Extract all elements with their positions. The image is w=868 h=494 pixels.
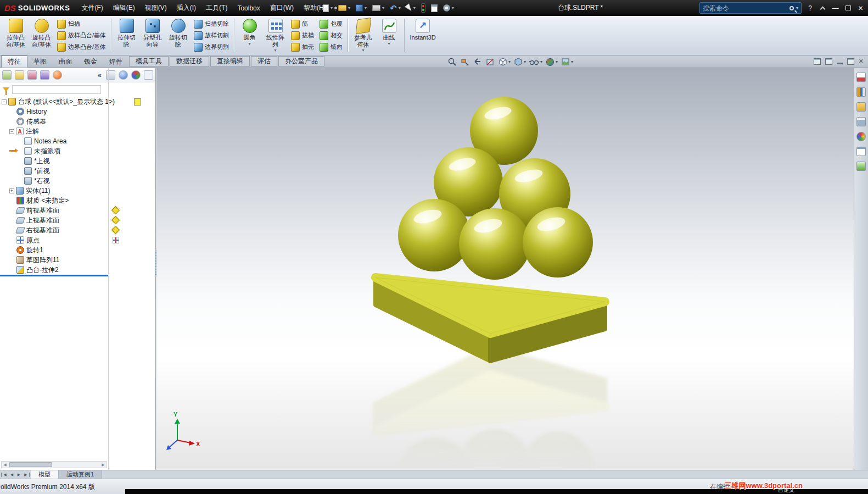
section-view-button[interactable] xyxy=(485,57,495,67)
file-explorer-icon[interactable] xyxy=(856,102,866,112)
expander-icon[interactable]: + xyxy=(9,188,14,193)
collapse-panel-button[interactable]: « xyxy=(97,71,103,79)
menu-edit[interactable]: 编辑(E) xyxy=(108,0,140,16)
close-button[interactable]: ✕ xyxy=(855,3,866,14)
tree-horizontal-scrollbar[interactable]: ◀ ▶ xyxy=(1,461,107,468)
previous-view-button[interactable] xyxy=(473,57,483,67)
hide-show-column-icon[interactable] xyxy=(106,70,115,80)
tab-weldments[interactable]: 焊件 xyxy=(103,55,128,68)
shell-button[interactable]: 抽壳 xyxy=(288,42,317,53)
search-input[interactable] xyxy=(703,4,789,12)
tree-item-notes-area[interactable]: Notes Area xyxy=(0,136,108,146)
revolved-boss-button[interactable]: 旋转凸 台/基体 xyxy=(29,17,54,54)
zoom-area-button[interactable] xyxy=(460,57,470,67)
expander-icon[interactable]: − xyxy=(2,99,7,104)
tab-features[interactable]: 特征 xyxy=(1,55,27,68)
command-search-box[interactable]: ▾ xyxy=(699,2,802,14)
configuration-manager-icon[interactable] xyxy=(27,70,37,80)
tab-sheet-metal[interactable]: 钣金 xyxy=(78,55,103,68)
chevron-down-icon[interactable]: ▾ xyxy=(275,48,277,53)
menu-tools[interactable]: 工具(T) xyxy=(201,0,232,16)
instant3d-toggle[interactable]: ↗ Instant3D xyxy=(407,17,439,54)
tree-filter-input[interactable] xyxy=(12,85,101,94)
appearance-swatch[interactable] xyxy=(134,98,141,106)
view-orientation-button[interactable]: ▾ xyxy=(498,57,511,67)
chevron-down-icon[interactable]: ▾ xyxy=(362,48,365,53)
display-manager-icon[interactable] xyxy=(53,70,62,80)
reference-geometry-button[interactable]: 参考几 何体 ▾ xyxy=(350,17,376,54)
swept-boss-button[interactable]: 扫描 xyxy=(54,19,109,30)
tree-item-history[interactable]: History xyxy=(0,107,108,116)
lofted-boss-button[interactable]: 放样凸台/基体 xyxy=(54,30,109,41)
open-document-button[interactable]: ▾ xyxy=(335,1,353,15)
next-tab-icon[interactable]: ▶ xyxy=(15,473,23,477)
tree-item-solid-bodies[interactable]: +实体(11) xyxy=(0,186,108,196)
rollback-bar[interactable] xyxy=(0,275,108,276)
design-library-icon[interactable] xyxy=(856,87,866,97)
swept-cut-button[interactable]: 扫描切除 xyxy=(191,19,232,30)
motion-study-tab[interactable]: 运动算例1 xyxy=(59,470,102,479)
options-button[interactable]: ▾ xyxy=(440,1,457,15)
new-document-button[interactable]: ▾ xyxy=(320,1,335,15)
tree-item-annotations[interactable]: −A注解 xyxy=(0,126,108,136)
graphics-area[interactable]: Y X xyxy=(156,68,854,470)
view-palette-icon[interactable] xyxy=(856,117,866,126)
search-caret-icon[interactable]: ▾ xyxy=(796,5,798,10)
minimize-button[interactable]: — xyxy=(830,3,841,14)
extruded-boss-button[interactable]: 拉伸凸 台/基体 xyxy=(3,17,29,54)
edit-appearance-button[interactable]: ▾ xyxy=(545,57,558,67)
transparency-column-icon[interactable] xyxy=(144,70,153,80)
first-tab-icon[interactable]: ◀ xyxy=(1,473,8,477)
linear-pattern-button[interactable]: 线性阵 列 ▾ xyxy=(262,17,288,54)
tree-item-revolve1[interactable]: 旋转1 xyxy=(0,245,108,255)
rib-button[interactable]: 筋 xyxy=(288,19,317,30)
filter-funnel-icon[interactable] xyxy=(3,87,9,92)
scroll-right-icon[interactable]: ▶ xyxy=(100,463,107,467)
revolved-cut-button[interactable]: 旋转切 除 xyxy=(165,17,191,54)
menu-view[interactable]: 视图(V) xyxy=(140,0,172,16)
tab-mold-tools[interactable]: 模具工具 xyxy=(129,56,169,66)
custom-properties-icon[interactable] xyxy=(856,147,866,156)
forum-icon[interactable] xyxy=(856,162,866,171)
hide-show-items-button[interactable]: ▾ xyxy=(529,57,542,67)
close-document-icon[interactable]: ✕ xyxy=(859,58,864,65)
rebuild-button[interactable] xyxy=(418,1,428,15)
help-button[interactable]: ? xyxy=(805,3,815,14)
tree-item-front-view[interactable]: *前视 xyxy=(0,166,108,176)
zoom-fit-button[interactable] xyxy=(447,57,457,67)
tree-item-right-plane[interactable]: 右视基准面 xyxy=(0,225,108,235)
extruded-cut-button[interactable]: 拉伸切 除 xyxy=(114,17,139,54)
tab-office-products[interactable]: 办公室产品 xyxy=(278,56,324,66)
model-tab[interactable]: 模型 xyxy=(31,470,59,479)
tree-item-part[interactable]: −台球 (默认<<默认>_显示状态 1>) xyxy=(0,97,108,107)
wrap-button[interactable]: 包覆 xyxy=(317,19,345,30)
solidworks-resources-icon[interactable] xyxy=(856,73,866,82)
scrollbar-thumb[interactable] xyxy=(9,462,52,467)
intersect-button[interactable]: 相交 xyxy=(317,30,345,41)
tab-evaluate[interactable]: 评估 xyxy=(251,56,277,66)
print-button[interactable]: ▾ xyxy=(369,1,387,15)
hole-wizard-button[interactable]: 异型孔 向导 xyxy=(139,17,165,54)
expander-icon[interactable]: − xyxy=(9,129,14,134)
apply-scene-button[interactable]: ▾ xyxy=(561,57,573,67)
billiard-rack-model[interactable] xyxy=(376,97,605,361)
previous-tab-icon[interactable]: ◀ xyxy=(8,473,15,477)
select-button[interactable]: ▾ xyxy=(404,1,418,15)
chevron-down-icon[interactable]: ▾ xyxy=(249,42,251,46)
last-tab-icon[interactable]: ▶ xyxy=(23,473,30,477)
property-manager-icon[interactable] xyxy=(15,70,24,80)
tree-item-origin[interactable]: 原点 xyxy=(0,235,108,245)
minimize-document-icon[interactable] xyxy=(837,63,843,64)
lofted-cut-button[interactable]: 放样切割 xyxy=(191,30,232,41)
pane-icon[interactable] xyxy=(814,58,821,65)
restore-document-icon[interactable] xyxy=(847,58,854,65)
dimxpert-manager-icon[interactable] xyxy=(40,70,49,80)
menu-toolbox[interactable]: Toolbox xyxy=(232,0,265,16)
mirror-button[interactable]: 镜向 xyxy=(317,42,345,53)
feature-manager-tree-icon[interactable] xyxy=(2,70,12,80)
tree-item-material[interactable]: 材质 <未指定> xyxy=(0,196,108,206)
appearances-scenes-icon[interactable] xyxy=(856,132,866,141)
display-mode-column-icon[interactable] xyxy=(119,70,128,80)
tree-item-front-plane[interactable]: 前视基准面 xyxy=(0,206,108,215)
tab-sketch[interactable]: 草图 xyxy=(27,55,53,68)
